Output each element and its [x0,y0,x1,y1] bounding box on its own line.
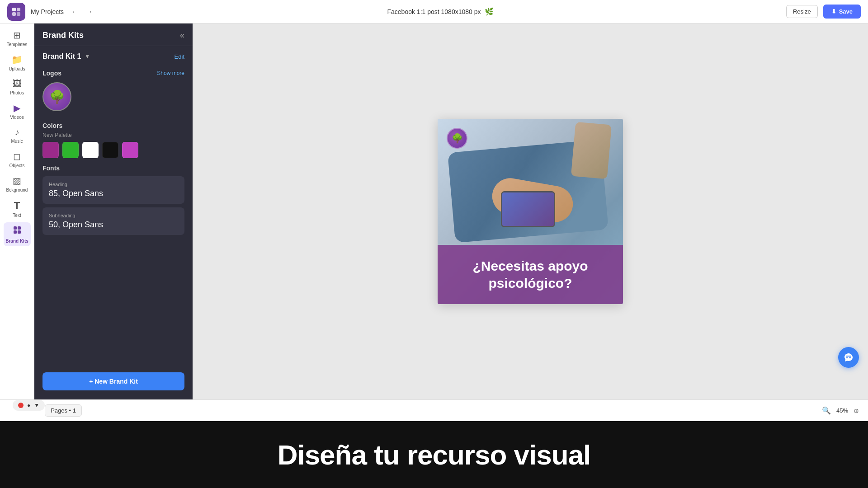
new-palette-label: New Palette [42,132,184,138]
main-layout: ⊞ Templates 📁 Uploads 🖼 Photos ▶ Videos … [0,23,868,399]
brand-panel-header: Brand Kits « [34,23,193,46]
zoom-in-button[interactable]: ⊕ [852,405,861,416]
sidebar-item-photos[interactable]: 🖼 Photos [4,76,31,98]
subheading-type-label: Subheading [49,213,178,218]
subheading-font-card[interactable]: Subheading 50, Open Sans [42,207,184,235]
objects-icon: ◻ [13,151,21,162]
heading-type-label: Heading [49,182,178,187]
sidebar-item-objects[interactable]: ◻ Objects [4,148,31,171]
svg-rect-2 [12,12,16,16]
save-label: Save [839,8,853,15]
sidebar-label-background: Bckground [6,188,28,192]
templates-icon: ⊞ [13,30,21,41]
sidebar-item-brand-kits[interactable]: Brand Kits [4,222,31,246]
svg-rect-0 [12,8,16,11]
new-brand-kit-button[interactable]: + New Brand Kit [42,372,184,390]
doc-title: Facebook 1:1 post 1080x1080 px [387,8,481,15]
record-indicator: ● ▼ [13,400,45,411]
videos-icon: ▶ [14,103,20,113]
promo-bar: Diseña tu recurso visual [0,421,868,488]
sidebar-item-videos[interactable]: ▶ Videos [4,100,31,122]
save-button[interactable]: ⬇ Save [823,5,861,19]
show-more-logos-link[interactable]: Show more [157,70,184,76]
bottom-bar: ● ▼ Pages • 1 🔍 45% ⊕ [0,399,868,421]
topbar-left: My Projects ← → [7,3,94,21]
my-projects-link[interactable]: My Projects [31,8,64,15]
sidebar-item-background[interactable]: ▨ Bckground [4,173,31,195]
canvas-logo-overlay: 🌳 [447,128,467,149]
color-swatch-green[interactable] [62,142,79,158]
colors-section-header: Colors [34,117,193,132]
zoom-controls: 🔍 45% ⊕ [820,404,861,417]
cloud-saved-icon: 🌿 [485,7,494,16]
heading-font-card[interactable]: Heading 85, Open Sans [42,176,184,204]
topbar: My Projects ← → Facebook 1:1 post 1080x1… [0,0,868,23]
app-logo [7,3,25,21]
design-canvas[interactable]: 🌳 ¿Necesitas apoyo psicológico? [438,119,623,304]
heading-font-display: 85, Open Sans [49,189,178,198]
photos-icon: 🖼 [13,79,22,89]
sidebar-item-text[interactable]: T Text [4,197,31,221]
pages-indicator[interactable]: Pages • 1 [45,404,82,417]
color-swatch-purple[interactable] [42,142,59,158]
sidebar-label-objects: Objects [9,163,25,168]
undo-button[interactable]: ← [69,6,80,18]
icon-sidebar: ⊞ Templates 📁 Uploads 🖼 Photos ▶ Videos … [0,23,34,399]
logos-area: 🌳 [34,80,193,117]
sidebar-label-videos: Videos [10,115,24,120]
redo-button[interactable]: → [84,6,94,18]
record-more-icon: ▼ [34,402,39,408]
new-brand-btn-container: + New Brand Kit [34,367,193,399]
sidebar-label-photos: Photos [10,90,24,95]
sidebar-item-templates[interactable]: ⊞ Templates [4,27,31,50]
logos-section-header: Logos Show more [34,65,193,80]
chat-bubble-button[interactable] [838,347,859,368]
photo-scene: 🌳 ¿Necesitas apoyo psicológico? [438,119,623,304]
color-swatch-white[interactable] [82,142,99,158]
canvas-content: 🌳 ¿Necesitas apoyo psicológico? [438,119,623,304]
nav-arrows: ← → [69,6,94,18]
color-swatch-light-purple[interactable] [122,142,138,158]
topbar-center: Facebook 1:1 post 1080x1080 px 🌿 [94,7,786,16]
brand-kits-icon [12,225,22,237]
fonts-section: Fonts Heading 85, Open Sans Subheading 5… [34,164,193,245]
record-dot [18,403,24,408]
svg-rect-7 [18,230,21,234]
pillow [571,122,612,179]
sidebar-label-text: Text [13,213,21,218]
canvas-text-overlay: ¿Necesitas apoyo psicológico? [438,245,623,304]
uploads-icon: 📁 [11,54,23,65]
canvas-main-text: ¿Necesitas apoyo psicológico? [447,258,614,291]
record-label: ● [27,402,30,408]
sidebar-label-uploads: Uploads [9,66,25,71]
promo-text: Diseña tu recurso visual [278,439,591,471]
zoom-out-button[interactable]: 🔍 [820,404,833,417]
brand-kit-name-row[interactable]: Brand Kit 1 ▼ [42,52,90,61]
colors-label: Colors [42,122,62,129]
canvas-area: 🌳 ¿Necesitas apoyo psicológico? [193,23,868,399]
save-icon: ⬇ [831,8,836,15]
sidebar-item-music[interactable]: ♪ Music [4,124,31,146]
brand-kit-name: Brand Kit 1 [42,52,81,61]
brand-kit-dropdown-icon: ▼ [85,53,90,60]
svg-rect-5 [18,226,21,230]
sidebar-item-uploads[interactable]: 📁 Uploads [4,52,31,74]
color-swatch-black[interactable] [102,142,118,158]
logo-thumbnail[interactable]: 🌳 [42,82,71,111]
resize-button[interactable]: Resize [786,5,818,18]
brand-panel-title: Brand Kits [42,31,84,40]
sidebar-label-music: Music [11,139,23,144]
sidebar-label-brand-kits: Brand Kits [5,239,28,244]
music-icon: ♪ [15,127,19,137]
fonts-label: Fonts [42,164,184,172]
brand-kit-edit-link[interactable]: Edit [175,53,184,60]
zoom-level: 45% [836,407,848,414]
svg-rect-1 [17,8,20,11]
svg-rect-3 [17,12,20,16]
logos-label: Logos [42,70,61,77]
topbar-right: Resize ⬇ Save [786,5,861,19]
text-icon: T [14,200,20,211]
collapse-panel-button[interactable]: « [180,31,184,40]
subheading-font-display: 50, Open Sans [49,220,178,230]
background-icon: ▨ [13,175,21,186]
